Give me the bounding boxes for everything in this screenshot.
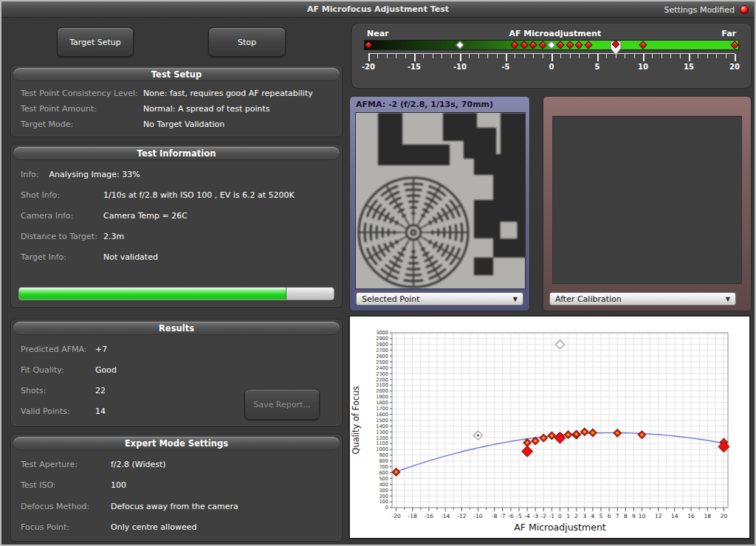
slider-tick-label: -20 <box>362 63 375 71</box>
slider-tick <box>551 54 553 61</box>
selected-point-dropdown[interactable]: Selected Point ▼ <box>356 292 523 305</box>
svg-text:2200: 2200 <box>376 377 388 383</box>
target-info-row: Target Info: Not validated <box>21 246 332 267</box>
distance-to-target-row: Distance to Target: 2.3m <box>21 226 332 246</box>
near-label: Near <box>367 29 389 38</box>
slider-tick <box>735 54 736 61</box>
test-point-amount-row: Test Point Amount: Normal: A spread of t… <box>21 101 332 117</box>
svg-text:3000: 3000 <box>376 330 388 336</box>
expert-mode-header: Expert Mode Settings <box>13 437 340 450</box>
target-image <box>355 112 526 289</box>
svg-text:18: 18 <box>704 513 711 519</box>
test-point-marker-red <box>520 41 528 49</box>
svg-text:20: 20 <box>721 513 728 519</box>
progress-fill <box>19 288 286 300</box>
info-row: Info: Analysing Image: 33% <box>21 164 332 184</box>
slider-tick <box>643 54 645 61</box>
svg-text:-1: -1 <box>549 513 555 519</box>
slider-tick <box>441 54 442 58</box>
svg-text:600: 600 <box>379 470 388 476</box>
selected-point-preview-panel: AFMA: -2 (f/2.8, 1/13s, 70mm) <box>349 96 530 311</box>
test-point-marker-red <box>566 41 574 49</box>
slider-tick <box>698 54 698 58</box>
shot-info-row: Shot Info: 1/10s at f/2.8 with ISO 100 ,… <box>21 184 332 205</box>
slider-tick <box>396 54 396 58</box>
slider-tick <box>560 54 561 58</box>
target-setup-button[interactable]: Target Setup <box>57 27 134 57</box>
slider-tick <box>469 54 470 58</box>
expert-mode-section: Expert Mode Settings Test Aperture: f/2.… <box>10 434 343 542</box>
svg-text:5: 5 <box>599 513 603 519</box>
chevron-down-icon: ▼ <box>513 296 518 303</box>
results-header: Results <box>13 322 340 335</box>
test-iso-row: Test ISO: 100 <box>21 475 332 497</box>
slider-tick <box>588 54 589 58</box>
af-microadjustment-panel: Near AF Microadjustment Far -20-15-10-50… <box>351 23 752 89</box>
svg-text:-4: -4 <box>524 513 530 519</box>
slider-tick-label: 0 <box>549 63 554 71</box>
slider-tick <box>497 54 498 58</box>
slider-tick <box>606 54 607 58</box>
svg-text:6: 6 <box>608 513 611 519</box>
slider-tick <box>670 54 671 58</box>
svg-text:1200: 1200 <box>376 435 388 441</box>
slider-tick <box>579 54 580 58</box>
slider-tick <box>652 54 653 58</box>
defocus-method-row: Defocus Method: Defocus away from the ca… <box>21 496 332 517</box>
svg-text:2000: 2000 <box>376 388 388 394</box>
target-mode-row: Target Mode: No Target Validation <box>21 117 332 132</box>
slider-tick <box>689 54 690 61</box>
far-label: Far <box>721 29 736 38</box>
svg-text:8: 8 <box>624 513 628 519</box>
test-point-marker-white <box>456 41 464 49</box>
test-point-marker-red <box>538 41 546 49</box>
svg-text:900: 900 <box>379 452 388 458</box>
svg-text:10: 10 <box>639 513 646 519</box>
slider-tick <box>433 54 433 58</box>
test-point-marker-red <box>529 41 537 49</box>
slider-tick <box>707 54 708 58</box>
slider-tick <box>515 54 515 58</box>
svg-text:-12: -12 <box>457 513 466 519</box>
focus-quality-chart: 0100200300400500600700800900100011001200… <box>350 317 749 538</box>
slider-tick <box>726 54 726 58</box>
slider-tick-label: 10 <box>638 63 648 71</box>
svg-text:2400: 2400 <box>376 365 388 371</box>
window-title: AF Microfocus Adjustment Test <box>307 4 449 14</box>
after-calibration-dropdown[interactable]: After Calibration ▼ <box>549 292 736 305</box>
fit-quality-row: Fit Quality: Good <box>21 359 332 380</box>
svg-text:AF Microadjustment: AF Microadjustment <box>514 522 606 533</box>
svg-text:500: 500 <box>379 476 388 482</box>
test-point-marker-red <box>575 41 583 49</box>
slider-tick <box>634 54 635 58</box>
save-report-button[interactable]: Save Report... <box>244 389 320 420</box>
svg-text:Quality of Focus: Quality of Focus <box>351 386 361 454</box>
slider-tick-label: 20 <box>729 63 740 71</box>
svg-text:2800: 2800 <box>376 342 388 348</box>
svg-text:1800: 1800 <box>376 400 388 406</box>
test-point-consistency-row: Test Point Consistency Level: None: fast… <box>21 86 332 101</box>
svg-text:100: 100 <box>379 499 388 505</box>
focus-point-row: Focus Point: Only centre alloweed <box>21 517 332 539</box>
test-point-marker-red <box>557 41 565 49</box>
stop-button[interactable]: Stop <box>208 27 286 57</box>
slider-tick-label: -15 <box>408 63 421 71</box>
slider-tick <box>405 54 406 58</box>
svg-text:7: 7 <box>616 513 619 519</box>
svg-text:-20: -20 <box>391 513 400 519</box>
svg-text:4: 4 <box>591 513 594 519</box>
test-point-marker-red <box>511 41 519 49</box>
slider-tick <box>625 54 625 58</box>
analysis-progress-bar <box>18 287 334 300</box>
after-calibration-preview-panel: After Calibration ▼ <box>543 96 752 311</box>
slider-markers <box>368 40 735 50</box>
slider-tick <box>478 54 479 58</box>
slider-tick <box>680 54 681 58</box>
calibration-preview-empty <box>552 116 742 284</box>
svg-text:1: 1 <box>566 513 570 519</box>
slider-tick <box>570 54 571 58</box>
slider-tick <box>662 54 662 58</box>
slider-title: AF Microadjustment <box>509 29 602 38</box>
svg-text:12: 12 <box>655 513 662 519</box>
svg-text:2500: 2500 <box>376 359 388 365</box>
